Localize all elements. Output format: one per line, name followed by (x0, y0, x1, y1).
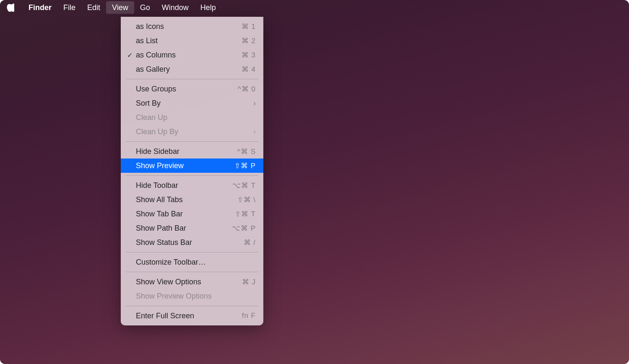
menu-item-sort-by[interactable]: Sort By› (121, 96, 263, 110)
menubar-item-finder[interactable]: Finder (23, 1, 57, 14)
menu-item-label: Show Preview Options (134, 292, 256, 301)
menu-separator (126, 272, 258, 272)
menu-item-show-preview-options: Show Preview Options (121, 289, 263, 303)
menu-separator (126, 141, 258, 142)
menu-item-label: Show View Options (134, 278, 242, 286)
menu-item-show-status-bar[interactable]: Show Status Bar⌘ / (121, 235, 263, 250)
menu-item-as-gallery[interactable]: as Gallery⌘ 4 (121, 62, 263, 76)
menubar-item-view[interactable]: View (106, 1, 134, 14)
menu-item-label: Sort By (134, 99, 253, 108)
menu-item-label: Clean Up By (134, 127, 253, 136)
menu-item-shortcut: ⌘ 3 (242, 51, 256, 60)
menu-item-shortcut: ⌥⌘ P (232, 224, 256, 233)
menu-item-label: Hide Sidebar (134, 147, 237, 156)
menubar-item-file[interactable]: File (57, 1, 81, 14)
menubar-items: FinderFileEditViewGoWindowHelp (23, 1, 222, 14)
menubar-item-edit[interactable]: Edit (81, 1, 106, 14)
menu-item-hide-toolbar[interactable]: Hide Toolbar⌥⌘ T (121, 178, 263, 192)
menu-item-label: as Columns (134, 51, 242, 60)
menu-item-use-groups[interactable]: Use Groups^⌘ 0 (121, 82, 263, 96)
menu-separator (126, 252, 258, 252)
menu-item-hide-sidebar[interactable]: Hide Sidebar^⌘ S (121, 144, 263, 159)
chevron-right-icon: › (253, 99, 256, 108)
menu-item-show-path-bar[interactable]: Show Path Bar⌥⌘ P (121, 221, 263, 235)
menu-item-as-list[interactable]: as List⌘ 2 (121, 34, 263, 48)
chevron-right-icon: › (253, 127, 256, 136)
menu-item-show-tab-bar[interactable]: Show Tab Bar⇧⌘ T (121, 207, 263, 221)
menu-item-label: as List (134, 36, 242, 45)
menu-item-label: Show Preview (134, 161, 234, 170)
menu-item-shortcut: ⌘ / (244, 238, 256, 247)
menu-item-shortcut: ⇧⌘ \ (237, 195, 256, 204)
menu-item-as-icons[interactable]: as Icons⌘ 1 (121, 19, 263, 34)
apple-logo-icon[interactable] (7, 3, 16, 12)
menu-item-label: Show Status Bar (134, 238, 244, 247)
desktop: FinderFileEditViewGoWindowHelp as Icons⌘… (0, 0, 629, 364)
menu-separator (126, 306, 258, 306)
menu-item-clean-up-by: Clean Up By› (121, 125, 263, 139)
menu-item-shortcut: ^⌘ S (237, 147, 256, 156)
menu-item-label: Show Path Bar (134, 224, 232, 233)
menu-item-shortcut: ⌘ 1 (242, 22, 256, 31)
menu-item-as-columns[interactable]: ✓as Columns⌘ 3 (121, 48, 263, 62)
menu-item-shortcut: ⇧⌘ P (234, 161, 256, 170)
menu-item-shortcut: ⌘ 2 (242, 36, 256, 45)
checkmark-icon: ✓ (125, 51, 134, 59)
menu-item-show-all-tabs[interactable]: Show All Tabs⇧⌘ \ (121, 192, 263, 207)
menubar-item-window[interactable]: Window (156, 1, 195, 14)
menu-item-label: as Gallery (134, 65, 242, 74)
menu-separator (126, 175, 258, 176)
menu-item-shortcut: ⌘ 4 (242, 65, 256, 74)
menu-item-shortcut: ⌘ J (242, 278, 256, 286)
menu-item-label: Show All Tabs (134, 195, 237, 204)
menu-item-enter-full-screen[interactable]: Enter Full Screenfn F (121, 309, 263, 323)
view-menu-dropdown: as Icons⌘ 1as List⌘ 2✓as Columns⌘ 3as Ga… (121, 17, 263, 325)
menubar: FinderFileEditViewGoWindowHelp (0, 0, 629, 15)
menu-item-label: Customize Toolbar… (134, 258, 256, 267)
menu-item-clean-up: Clean Up (121, 110, 263, 125)
menu-item-show-preview[interactable]: Show Preview⇧⌘ P (121, 159, 263, 173)
menu-item-shortcut: ⌥⌘ T (232, 181, 256, 190)
menu-item-shortcut: fn F (242, 312, 256, 320)
menubar-item-go[interactable]: Go (134, 1, 156, 14)
menu-separator (126, 79, 258, 79)
menu-item-shortcut: ⇧⌘ T (235, 210, 256, 218)
menu-item-label: as Icons (134, 22, 242, 31)
menu-item-label: Hide Toolbar (134, 181, 232, 190)
menubar-item-help[interactable]: Help (195, 1, 222, 14)
menu-item-shortcut: ^⌘ 0 (238, 85, 256, 94)
menu-item-show-view-options[interactable]: Show View Options⌘ J (121, 275, 263, 289)
menu-item-label: Enter Full Screen (134, 312, 242, 320)
menu-item-customize-toolbar[interactable]: Customize Toolbar… (121, 255, 263, 269)
menu-item-label: Clean Up (134, 113, 256, 122)
menu-item-label: Show Tab Bar (134, 210, 235, 218)
menu-item-label: Use Groups (134, 85, 238, 94)
